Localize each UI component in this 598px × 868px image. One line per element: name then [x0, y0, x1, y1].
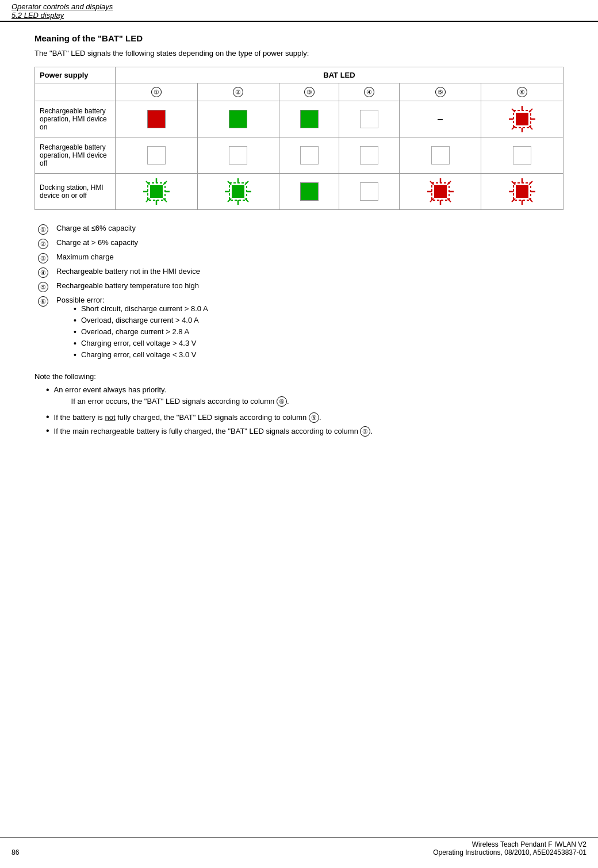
note-item-2: If the battery is not fully charged, the… [46, 412, 564, 423]
led-empty-r2c3 [300, 146, 319, 165]
table-header-batled: BAT LED [116, 67, 564, 83]
table-col-6: ⑥ [481, 83, 564, 101]
circle-5-inline: ⑤ [309, 412, 319, 423]
svg-rect-10 [150, 185, 163, 198]
header-subtitle: 5.2 LED display [12, 11, 586, 20]
table-row1-col1 [116, 101, 198, 137]
legend-text-1: Charge at ≤6% capacity [56, 224, 136, 232]
legend-item-4: ④ Rechargeable battery not in the HMI de… [34, 267, 564, 278]
note-item-1: An error event always has priority. If a… [46, 385, 564, 409]
table-col-3: ③ [279, 83, 339, 101]
table-col-2: ② [197, 83, 279, 101]
legend-text-3: Maximum charge [56, 253, 114, 261]
svg-line-18 [163, 181, 167, 185]
svg-line-28 [245, 181, 248, 185]
header-bar: Operator controls and displays 5.2 LED d… [0, 0, 598, 22]
led-red-flash-r3c6 [508, 177, 536, 206]
table-row2-col5 [399, 137, 481, 174]
table-row2-col3 [279, 137, 339, 174]
led-empty [360, 110, 378, 128]
footer-line1: Wireless Teach Pendant F IWLAN V2 [433, 840, 586, 848]
svg-rect-20 [232, 185, 244, 198]
table-row2-col1 [116, 137, 198, 174]
led-empty-r2c6 [513, 146, 531, 165]
legend-item-6-content: Possible error: Short circuit, discharge… [56, 296, 208, 363]
footer-page-num: 86 [12, 848, 19, 856]
dash-symbol: – [438, 113, 443, 125]
legend-item-6: ⑥ Possible error: Short circuit, dischar… [34, 296, 564, 363]
footer-line2: Operating Instructions, 08/2010, A5E0245… [433, 848, 586, 856]
table-row3-label: Docking station, HMI device on or off [35, 174, 116, 210]
legend-6-sub-3: Overload, charge current > 2.8 A [74, 327, 208, 337]
led-red-flash-r3c5 [426, 177, 455, 206]
table-row1-label: Rechargeable battery operation, HMI devi… [35, 101, 116, 137]
table-row3-col5 [399, 174, 481, 210]
table-row1-col4 [339, 101, 399, 137]
table-row3-col6 [481, 174, 564, 210]
circle-6-inline: ⑥ [277, 396, 287, 407]
table-row-2: Rechargeable battery operation, HMI devi… [35, 137, 564, 174]
footer: 86 Wireless Teach Pendant F IWLAN V2 Ope… [0, 838, 598, 856]
table-row1-col5: – [399, 101, 481, 137]
legend-6-sub-5: Charging error, cell voltage < 3.0 V [74, 350, 208, 360]
notes-list: An error event always has priority. If a… [46, 385, 564, 437]
table-row2-col2 [197, 137, 279, 174]
note-item-1-content: An error event always has priority. If a… [54, 385, 289, 409]
section-title: Meaning of the "BAT" LED [34, 33, 564, 43]
legend-item-5: ⑤ Rechargeable battery temperature too h… [34, 281, 564, 292]
table-row3-col1 [116, 174, 198, 210]
legend-text-6: Possible error: [56, 296, 105, 304]
legend-item-1: ① Charge at ≤6% capacity [34, 224, 564, 235]
table-col-1: ① [116, 83, 198, 101]
legend-item-3: ③ Maximum charge [34, 253, 564, 263]
legend-6-sub-2: Overload, discharge current > 4.0 A [74, 316, 208, 325]
legend-item-2: ② Charge at > 6% capacity [34, 238, 564, 249]
legend-6-sub-4: Charging error, cell voltage > 4.3 V [74, 339, 208, 348]
main-content: Meaning of the "BAT" LED The "BAT" LED s… [0, 22, 598, 466]
svg-line-48 [529, 181, 532, 185]
table-row2-col6 [481, 137, 564, 174]
svg-line-8 [529, 109, 532, 112]
note-text-2: If the battery is not fully charged, the… [54, 412, 321, 423]
note-item-3: If the main rechargeable battery is full… [46, 426, 564, 437]
header-title: Operator controls and displays [12, 2, 586, 11]
table-row3-col2 [197, 174, 279, 210]
bat-led-table: Power supply BAT LED ① ② ③ ④ ⑤ ⑥ Recharg… [34, 67, 564, 210]
led-red-solid [147, 110, 166, 128]
note-indent-1: If an error occurs, the "BAT" LED signal… [71, 396, 289, 407]
led-empty-r2c4 [360, 146, 378, 165]
legend-6-sub-1: Short circuit, discharge current > 8.0 A [74, 304, 208, 313]
led-empty-r3c4 [360, 182, 378, 201]
led-green-flash-1 [142, 177, 171, 206]
led-green-solid [229, 110, 247, 128]
table-row-1: Rechargeable battery operation, HMI devi… [35, 101, 564, 137]
table-row2-label: Rechargeable battery operation, HMI devi… [35, 137, 116, 174]
svg-line-38 [447, 181, 451, 185]
svg-rect-40 [516, 185, 528, 198]
table-row2-col4 [339, 137, 399, 174]
note-text-3: If the main rechargeable battery is full… [54, 426, 373, 437]
led-green-solid-r3 [300, 182, 319, 201]
table-row1-col3 [279, 101, 339, 137]
led-empty-r2c5 [431, 146, 450, 165]
table-row3-col3 [279, 174, 339, 210]
note-text-1a: An error event always has priority. [54, 385, 167, 394]
led-green-flash-2 [224, 177, 252, 206]
legend-text-4: Rechargeable battery not in the HMI devi… [56, 267, 200, 276]
svg-rect-30 [434, 185, 447, 198]
table-col-empty [35, 83, 116, 101]
legend-6-subitems: Short circuit, discharge current > 8.0 A… [74, 304, 208, 360]
legend-text-2: Charge at > 6% capacity [56, 238, 138, 247]
table-row3-col4 [339, 174, 399, 210]
table-header-powersupply: Power supply [35, 67, 116, 83]
table-row1-col2 [197, 101, 279, 137]
led-red-flash [508, 105, 536, 133]
table-row1-col6 [481, 101, 564, 137]
led-empty-r2c2 [229, 146, 247, 165]
legend-list: ① Charge at ≤6% capacity ② Charge at > 6… [34, 224, 564, 363]
underline-not: not [105, 413, 115, 422]
intro-text: The "BAT" LED signals the following stat… [34, 49, 564, 58]
svg-rect-0 [516, 113, 528, 125]
legend-text-5: Rechargeable battery temperature too hig… [56, 281, 199, 290]
footer-doc-info: Wireless Teach Pendant F IWLAN V2 Operat… [433, 840, 586, 856]
